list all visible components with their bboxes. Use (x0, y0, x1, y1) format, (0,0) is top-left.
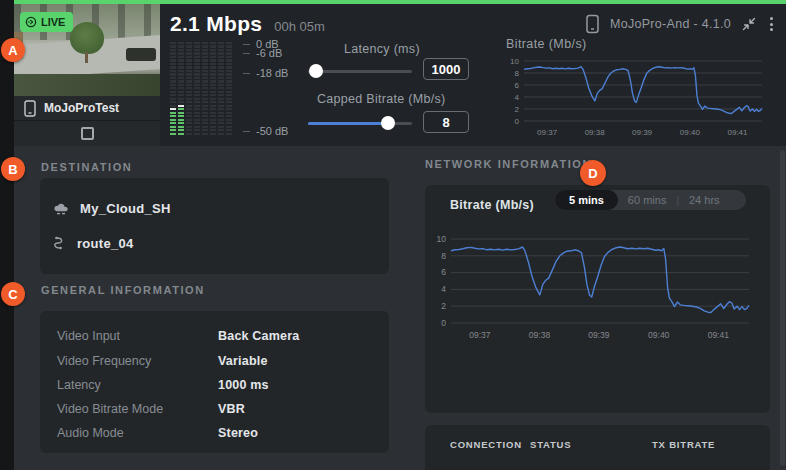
app-window: LIVE MoJoProTest 2.1 Mbps 00h 05m 0 dB -… (0, 0, 786, 470)
device-row[interactable]: MoJoProTest (14, 96, 160, 121)
device-name: MoJoProTest (44, 101, 119, 115)
destination-item-cloud[interactable]: My_Cloud_SH (53, 201, 171, 216)
network-information-title: NETWORK INFORMATION (425, 158, 592, 170)
window-controls: MoJoPro-And - 4.1.0 (586, 14, 776, 34)
info-row-audio-mode: Audio Mode Stereo (57, 426, 372, 440)
svg-text:4: 4 (441, 284, 446, 294)
latency-input[interactable]: 1000 (423, 58, 469, 80)
svg-text:2: 2 (441, 301, 446, 311)
svg-text:0: 0 (441, 318, 446, 328)
svg-text:09:39: 09:39 (588, 330, 610, 340)
col-connection: CONNECTION (450, 439, 530, 450)
latency-slider[interactable] (308, 64, 412, 78)
latency-slider-thumb[interactable] (309, 64, 323, 78)
svg-text:8: 8 (441, 251, 446, 261)
svg-text:09:39: 09:39 (632, 128, 653, 137)
select-row (14, 121, 160, 146)
svg-text:6: 6 (441, 267, 446, 277)
capped-bitrate-slider[interactable] (308, 116, 412, 130)
select-checkbox[interactable] (81, 127, 94, 140)
video-preview[interactable]: LIVE (14, 4, 160, 96)
audio-level-meter (170, 42, 232, 135)
annotation-badge-d: D (580, 160, 606, 186)
col-tx-bitrate: TX BITRATE (652, 439, 715, 450)
svg-text:10: 10 (437, 234, 447, 244)
capped-bitrate-slider-thumb[interactable] (381, 116, 395, 130)
on-air-icon (25, 16, 37, 28)
connections-table-card: CONNECTION STATUS TX BITRATE (425, 425, 770, 470)
top-status-bar: LIVE MoJoProTest 2.1 Mbps 00h 05m 0 dB -… (14, 0, 786, 146)
bitrate-chart: 024681009:3709:3809:3909:4009:41 (427, 229, 763, 349)
svg-text:09:40: 09:40 (680, 128, 701, 137)
stream-stats: 2.1 Mbps 00h 05m (170, 12, 325, 36)
svg-text:10: 10 (510, 57, 519, 66)
svg-text:09:38: 09:38 (529, 330, 551, 340)
network-chart-card: Bitrate (Mb/s) 5 mins 60 mins | 24 hrs 0… (425, 185, 770, 413)
info-row-video-bitrate-mode: Video Bitrate Mode VBR (57, 402, 372, 416)
app-title: MoJoPro-And - 4.1.0 (610, 17, 731, 31)
annotation-badge-c: C (1, 282, 25, 306)
source-column: LIVE MoJoProTest (14, 4, 160, 146)
db-label-50: -50 dB (243, 125, 288, 137)
svg-text:09:41: 09:41 (727, 128, 748, 137)
svg-text:0: 0 (515, 117, 520, 126)
live-label: LIVE (41, 16, 65, 28)
svg-text:8: 8 (515, 69, 520, 78)
svg-text:09:38: 09:38 (585, 128, 606, 137)
db-label-6: -6 dB (243, 47, 282, 59)
capped-bitrate-label: Capped Bitrate (Mb/s) (317, 92, 446, 106)
svg-text:09:41: 09:41 (708, 330, 730, 340)
info-row-video-input: Video Input Back Camera (57, 329, 372, 343)
destination-name: My_Cloud_SH (80, 201, 171, 216)
phone-icon (586, 14, 599, 34)
info-row-latency: Latency 1000 ms (57, 378, 372, 392)
tab-5-mins[interactable]: 5 mins (555, 190, 618, 210)
annotation-badge-a: A (1, 38, 25, 62)
route-icon (53, 236, 67, 251)
svg-text:4: 4 (515, 93, 520, 102)
db-label-18: -18 dB (243, 67, 288, 79)
svg-text:09:37: 09:37 (469, 330, 491, 340)
svg-text:6: 6 (515, 81, 520, 90)
capped-bitrate-input[interactable]: 8 (423, 111, 469, 133)
col-status: STATUS (530, 439, 652, 450)
connections-table-header: CONNECTION STATUS TX BITRATE (450, 439, 715, 450)
phone-icon (24, 100, 36, 117)
destination-card: My_Cloud_SH route_04 (40, 178, 389, 274)
elapsed-time: 00h 05m (274, 19, 325, 34)
left-edge-strip (0, 0, 14, 470)
destination-item-route[interactable]: route_04 (53, 236, 134, 251)
latency-label: Latency (ms) (344, 42, 420, 56)
chart-title: Bitrate (Mb/s) (450, 198, 534, 212)
menu-kebab-icon[interactable] (767, 16, 776, 32)
time-range-tabs: 5 mins 60 mins | 24 hrs (555, 190, 746, 210)
route-name: route_04 (77, 236, 134, 251)
svg-text:09:37: 09:37 (537, 128, 558, 137)
tab-24-hrs[interactable]: 24 hrs (679, 194, 730, 206)
cloud-icon (53, 202, 70, 215)
annotation-badge-b: B (1, 157, 25, 181)
svg-text:2: 2 (515, 105, 520, 114)
live-badge: LIVE (20, 12, 73, 32)
svg-text:09:40: 09:40 (648, 330, 670, 340)
general-information-title: GENERAL INFORMATION (41, 284, 205, 296)
mini-bitrate-chart: 024681009:3709:3809:3909:4009:41 (502, 54, 764, 146)
tab-60-mins[interactable]: 60 mins (618, 194, 677, 206)
info-row-video-frequency: Video Frequency Variable (57, 354, 372, 368)
mini-chart-title: Bitrate (Mb/s) (506, 37, 587, 51)
general-information-card: Video Input Back Camera Video Frequency … (40, 311, 389, 453)
destination-title: DESTINATION (41, 161, 132, 173)
current-bitrate: 2.1 Mbps (170, 12, 262, 36)
collapse-icon[interactable] (742, 17, 756, 31)
vertical-scrollbar[interactable] (780, 150, 785, 466)
